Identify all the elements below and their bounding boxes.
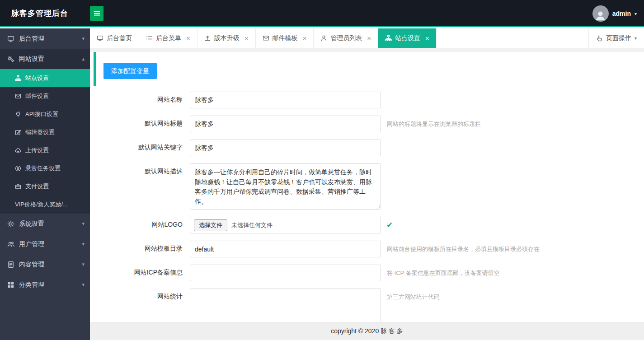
- close-icon[interactable]: ×: [425, 35, 429, 42]
- form-row: 默认网站关键字: [90, 140, 644, 156]
- chevron-down-icon: ▾: [82, 36, 85, 42]
- sidebar-item-system-settings[interactable]: 系统设置 ▾: [0, 214, 90, 234]
- edit-icon: [15, 129, 21, 135]
- sidebar-item-label: 上传设置: [25, 146, 49, 154]
- panel-accent-bar: [94, 52, 96, 86]
- choose-file-button[interactable]: 选择文件: [194, 219, 227, 231]
- app-title: 脉客多管理后台: [11, 0, 68, 27]
- tab-admin-list[interactable]: 管理员列表 ×: [314, 28, 378, 48]
- tab-label: 版本升级: [214, 34, 240, 42]
- tab-mail-template[interactable]: 邮件模板 ×: [256, 28, 314, 48]
- copyright-text: copyright © 2020 脉 客 多: [331, 327, 403, 335]
- sidebar-item-vip-price[interactable]: VIP价格/新人奖励/...: [0, 196, 90, 214]
- form-row: 网站LOGO 选择文件 未选择任何文件 ✔: [90, 217, 644, 233]
- users-icon: [7, 241, 14, 248]
- briefcase-icon: [15, 183, 21, 190]
- field-hint: 网站前台使用的模板所在目录名，必填且模板目录必须存在: [387, 241, 540, 253]
- sidebar-item-label: 邮件设置: [25, 92, 49, 100]
- sidebar-item-label: 后台管理: [19, 35, 44, 43]
- logo-file-input[interactable]: 选择文件 未选择任何文件: [190, 217, 381, 233]
- template-dir-input[interactable]: [190, 241, 381, 257]
- site-keywords-input[interactable]: [190, 140, 381, 156]
- tab-label: 后台菜单: [156, 34, 181, 42]
- tab-admin-menu[interactable]: 后台菜单 ×: [139, 28, 197, 48]
- cloud-upload-icon: [15, 147, 21, 154]
- close-icon[interactable]: ×: [186, 35, 190, 42]
- sidebar-item-mail-settings[interactable]: 邮件设置: [0, 87, 90, 105]
- tab-version-upgrade[interactable]: 版本升级 ×: [197, 28, 256, 48]
- yen-icon: [15, 165, 21, 172]
- sidebar-item-backend-admin[interactable]: 后台管理 ▾: [0, 28, 90, 49]
- field-hint: 将 ICP 备案信息在页面底部，没备案请留空: [387, 265, 500, 277]
- field-hint: 第三方网站统计代码: [387, 289, 440, 301]
- sidebar: 后台管理 ▾ 网站设置 ▴ 站点设置 邮件设置 API接口设置 编辑器设置 上传…: [0, 28, 90, 340]
- upload-icon: [204, 35, 211, 42]
- chevron-down-icon: ▾: [82, 261, 85, 267]
- tab-label: 管理员列表: [330, 34, 362, 42]
- field-label: 网站模板目录: [90, 241, 190, 253]
- add-config-variable-button[interactable]: 添加配置变量: [103, 63, 157, 79]
- sidebar-group-website-settings[interactable]: 网站设置 ▴: [0, 49, 90, 69]
- sidebar-item-content-management[interactable]: 内容管理 ▾: [0, 254, 90, 275]
- desktop-icon: [7, 35, 14, 42]
- chevron-down-icon: ▾: [82, 241, 85, 247]
- form-row: 网站模板目录 网站前台使用的模板所在目录名，必填且模板目录必须存在: [90, 241, 644, 257]
- form-row: 网站ICP备案信息 将 ICP 备案信息在页面底部，没备案请留空: [90, 265, 644, 281]
- list-icon: [146, 35, 153, 42]
- sidebar-item-user-management[interactable]: 用户管理 ▾: [0, 234, 90, 254]
- sidebar-item-payment-settings[interactable]: 支付设置: [0, 177, 90, 196]
- sidebar-item-label: 内容管理: [19, 261, 44, 269]
- document-icon: [7, 261, 14, 268]
- sidebar-item-api-settings[interactable]: API接口设置: [0, 105, 90, 123]
- check-icon: ✔: [386, 217, 393, 230]
- close-icon[interactable]: ×: [367, 35, 371, 42]
- tab-home[interactable]: 后台首页: [90, 28, 139, 48]
- sidebar-item-upload-settings[interactable]: 上传设置: [0, 141, 90, 159]
- sidebar-item-label: VIP价格/新人奖励/...: [15, 200, 68, 209]
- field-label: 网站统计: [90, 289, 190, 301]
- sidebar-toggle-button[interactable]: [90, 6, 103, 21]
- site-title-input[interactable]: [190, 116, 381, 132]
- tab-site-settings[interactable]: 站点设置 ×: [378, 28, 437, 48]
- field-label: 默认网站描述: [90, 163, 190, 176]
- tab-label: 后台首页: [107, 34, 132, 42]
- sitemap-icon: [385, 35, 392, 42]
- sidebar-item-reward-task-settings[interactable]: 悬赏任务设置: [0, 159, 90, 177]
- site-name-input[interactable]: [190, 92, 381, 108]
- user-menu[interactable]: admin ▾: [592, 0, 637, 27]
- website-settings-submenu: 站点设置 邮件设置 API接口设置 编辑器设置 上传设置 悬赏任务设置 支付设置…: [0, 69, 90, 214]
- field-label: 网站名称: [90, 92, 190, 104]
- top-header: 脉客多管理后台 admin ▾: [0, 0, 644, 27]
- tab-label: 站点设置: [395, 34, 420, 42]
- sidebar-item-editor-settings[interactable]: 编辑器设置: [0, 123, 90, 141]
- close-icon[interactable]: ×: [303, 35, 307, 42]
- main-content: 添加配置变量 网站名称 默认网站标题 网站的标题将显示在浏览器的标题栏 默认网站…: [90, 48, 644, 340]
- page-actions-button[interactable]: 页面操作 ▾: [588, 28, 644, 48]
- hamburger-icon: [93, 9, 101, 17]
- user-icon: [320, 35, 327, 42]
- toolbar: 添加配置变量: [90, 52, 644, 87]
- field-hint: 网站的标题将显示在浏览器的标题栏: [387, 116, 481, 128]
- desktop-icon: [97, 35, 103, 42]
- hand-icon: [596, 35, 603, 42]
- sidebar-item-category-management[interactable]: 分类管理 ▾: [0, 275, 90, 295]
- username: admin: [612, 10, 631, 17]
- form-row: 默认网站标题 网站的标题将显示在浏览器的标题栏: [90, 116, 644, 132]
- sidebar-item-label: 悬赏任务设置: [25, 164, 61, 172]
- gear-icon: [7, 220, 14, 228]
- plug-icon: [15, 111, 21, 117]
- chevron-down-icon: ▾: [82, 282, 85, 288]
- file-status-text: 未选择任何文件: [231, 221, 273, 229]
- chevron-up-icon: ▴: [82, 56, 85, 62]
- field-label: 网站ICP备案信息: [90, 265, 190, 277]
- icp-record-input[interactable]: [190, 265, 381, 281]
- sidebar-item-label: 网站设置: [19, 55, 44, 63]
- sidebar-item-label: 分类管理: [19, 281, 44, 289]
- field-label: 默认网站关键字: [90, 140, 190, 152]
- sidebar-item-site-settings[interactable]: 站点设置: [0, 69, 90, 87]
- form-row: 默认网站描述 脉客多---让你充分利用自己的碎片时间，做简单悬赏任务，随时随地赚…: [90, 163, 644, 210]
- footer: copyright © 2020 脉 客 多: [90, 322, 644, 340]
- form-row: 网站名称: [90, 92, 644, 108]
- site-description-textarea[interactable]: 脉客多---让你充分利用自己的碎片时间，做简单悬赏任务，随时随地赚钱！让自己每月…: [190, 163, 381, 210]
- close-icon[interactable]: ×: [244, 35, 249, 42]
